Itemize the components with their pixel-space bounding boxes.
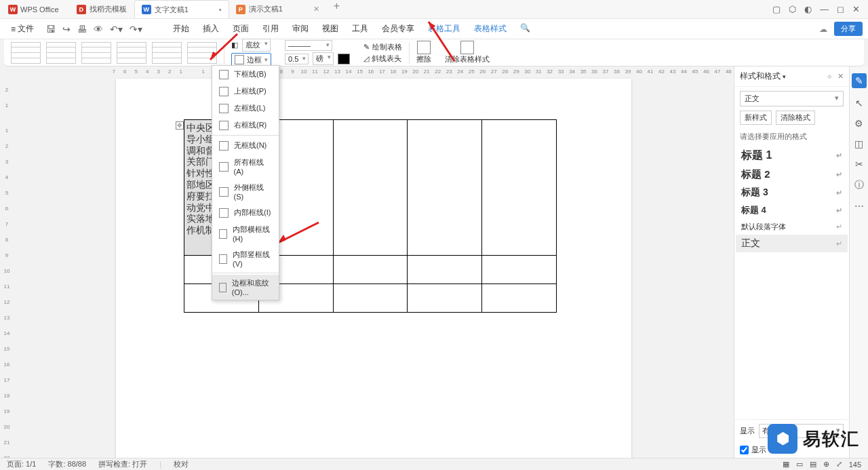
window-hex-icon[interactable]: ⬡ [789, 4, 796, 14]
border-menu-item[interactable]: 左框线(L) [212, 100, 279, 117]
menu-reference[interactable]: 引用 [256, 19, 285, 39]
border-menu-item[interactable]: 边框和底纹(O)... [212, 275, 279, 300]
statusbar: 页面: 1/1 字数: 88/88 拼写检查: 打开 | 校对 ▦ ▭ ▤ ⊕ … [0, 458, 868, 470]
border-menu-item[interactable]: 所有框线(A) [212, 154, 279, 179]
style-list-item[interactable]: 标题 3↵ [736, 184, 848, 201]
horizontal-ruler: 7654321123456789101112131415161718192021… [14, 66, 734, 76]
border-menu-item[interactable]: 外侧框线(S) [212, 179, 279, 204]
tab-add[interactable]: + [327, 0, 347, 18]
close-icon[interactable]: ✕ [837, 72, 844, 81]
border-menu-item[interactable]: 下框线(B) [212, 66, 279, 83]
line-style-dropdown[interactable]: ——— [285, 40, 332, 51]
chevron-down-icon[interactable]: ▾ [783, 73, 786, 80]
spell-check[interactable]: 拼写检查: 打开 [98, 459, 147, 469]
style-list-item[interactable]: 默认段落字体↵ [736, 219, 848, 235]
outline-mode-icon[interactable]: ⊕ [823, 460, 829, 469]
border-menu-item[interactable]: 内部竖框线(V) [212, 246, 279, 271]
pencil-icon: ✎ [363, 43, 370, 52]
style-tool-icon[interactable]: ✎ [852, 73, 867, 88]
svg-marker-3 [429, 22, 435, 30]
pin-icon[interactable]: ⟐ [827, 72, 832, 81]
table-move-handle[interactable]: ✥ [176, 121, 184, 130]
page-indicator[interactable]: 页面: 1/1 [7, 459, 36, 469]
more-icon[interactable]: ⋯ [854, 201, 864, 212]
clear-format-button[interactable]: 清除格式 [776, 111, 815, 125]
style-list-item[interactable]: 标题 4↵ [736, 201, 848, 219]
border-menu-item[interactable]: 无框线(N) [212, 137, 279, 154]
hamburger-icon: ≡ [11, 24, 16, 34]
border-menu-item[interactable]: 内部框线(I) [212, 204, 279, 221]
tab-templates[interactable]: D 找稻壳模板 [70, 0, 134, 18]
tab-close[interactable]: ✕ [313, 5, 319, 14]
proofing[interactable]: 校对 [174, 459, 189, 469]
draw-table-button[interactable]: ✎绘制表格 [363, 42, 402, 52]
watermark: ⬢ 易软汇 [768, 424, 860, 454]
tab-label: 文字文稿1 [155, 5, 189, 15]
adjust-icon[interactable]: ✂ [855, 159, 863, 170]
window-controls: ▢ ⬡ ◐ — ◻ ✕ [772, 4, 865, 14]
line-unit-dropdown[interactable]: 磅 [313, 52, 334, 65]
border-label[interactable]: 边框 [247, 55, 262, 65]
svg-marker-1 [210, 52, 217, 60]
reading-mode-icon[interactable]: ▭ [796, 460, 803, 469]
menu-start[interactable]: 开始 [166, 19, 196, 39]
tab-label: 演示文稿1 [249, 4, 283, 14]
menu-tools[interactable]: 工具 [345, 19, 375, 39]
diagonal-header-button[interactable]: ◿斜线表头 [363, 54, 402, 64]
style-list-item[interactable]: 正文↵ [736, 235, 848, 252]
style-list-item[interactable]: 标题 1↵ [736, 146, 848, 165]
word-count[interactable]: 字数: 88/88 [48, 459, 86, 469]
cloud-icon[interactable]: ☁ [819, 24, 827, 34]
menu-review[interactable]: 审阅 [285, 19, 315, 39]
watermark-text: 易软汇 [803, 427, 860, 451]
line-width-dropdown[interactable]: 0.5 [285, 54, 309, 64]
preview-icon[interactable]: 👁 [94, 24, 103, 35]
zoom-value[interactable]: 145 [849, 461, 861, 469]
redo-icon[interactable]: ↷▾ [130, 24, 142, 35]
current-style-select[interactable]: 正文 [740, 91, 844, 106]
menu-table-style[interactable]: 表格样式 [467, 19, 513, 39]
chevron-down-icon[interactable]: ▾ [264, 56, 268, 63]
new-style-button[interactable]: 新样式 [740, 111, 772, 125]
page-area[interactable]: 7654321123456789101112131415161718192021… [14, 66, 734, 458]
document-page[interactable]: ✥ 中央区导小组调和督关部门针对性部地区府要扛动党中实落地作机制 [116, 79, 631, 458]
clear-icon [460, 41, 474, 54]
shading-dropdown[interactable]: 底纹 [242, 39, 271, 52]
window-close-icon[interactable]: ✕ [852, 4, 860, 14]
side-toolbar: ✎ ↖ ⚙ ◫ ✂ ⓘ ⋯ [849, 66, 868, 458]
view-mode-icon[interactable]: ▦ [783, 460, 789, 469]
settings-icon[interactable]: ⚙ [854, 118, 863, 129]
window-user-icon[interactable]: ◐ [804, 4, 812, 14]
menu-view[interactable]: 视图 [315, 19, 345, 39]
style-list-item[interactable]: 标题 2↵ [736, 165, 848, 184]
window-compact-icon[interactable]: ▢ [772, 4, 781, 14]
show-preview-checkbox[interactable] [740, 446, 749, 454]
zoom-fit-icon[interactable]: ⤢ [836, 460, 842, 469]
undo-icon[interactable]: ↶▾ [110, 24, 123, 35]
menu-member[interactable]: 会员专享 [375, 19, 421, 39]
share-button[interactable]: 分享 [834, 22, 863, 36]
color-picker[interactable] [338, 54, 350, 64]
table-style-gallery[interactable] [11, 42, 224, 64]
border-menu-item[interactable]: 内部横框线(H) [212, 221, 279, 246]
info-icon[interactable]: ⓘ [854, 179, 864, 191]
tab-presentation[interactable]: P 演示文稿1 ✕ [229, 0, 327, 18]
save-icon[interactable]: 🖫 [46, 24, 56, 35]
file-menu[interactable]: ≡ 文件 [5, 21, 39, 37]
border-menu-item[interactable]: 上框线(P) [212, 83, 279, 100]
select-tool-icon[interactable]: ↖ [855, 98, 863, 109]
document-tabs: D 找稻壳模板 W 文字文稿1 • P 演示文稿1 ✕ + [70, 0, 347, 18]
app-logo: W WPS Office [3, 5, 64, 14]
quick-access: 🖫 ↪ 🖶 👁 ↶▾ ↷▾ [39, 24, 149, 35]
window-maximize-icon[interactable]: ◻ [837, 4, 844, 14]
menu-search-icon[interactable]: 🔍 [513, 19, 537, 39]
tab-document[interactable]: W 文字文稿1 • [134, 0, 229, 18]
export-icon[interactable]: ↪ [62, 24, 71, 35]
print-icon[interactable]: 🖶 [77, 24, 87, 35]
border-menu-item[interactable]: 右框线(R) [212, 117, 279, 134]
window-minimize-icon[interactable]: — [820, 4, 829, 14]
style-hint: 请选择要应用的格式 [734, 129, 849, 144]
tab-icon: P [236, 5, 245, 14]
web-mode-icon[interactable]: ▤ [810, 460, 816, 469]
layers-icon[interactable]: ◫ [854, 138, 863, 149]
